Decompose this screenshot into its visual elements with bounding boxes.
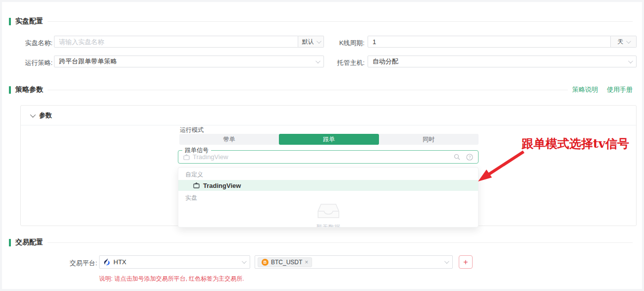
chevron-down-icon [242, 259, 247, 264]
live-name-input-group: 默认 [54, 36, 324, 48]
dropdown-item-tradingview[interactable]: TradingView [178, 180, 478, 191]
exchange-select[interactable]: HTX [99, 255, 250, 269]
run-strategy-value: 跨平台跟单带单策略 [59, 57, 117, 66]
chevron-down-icon [444, 259, 449, 264]
tv-icon [183, 154, 190, 160]
host-select[interactable]: 自动分配 [368, 56, 637, 67]
empty-text: 暂无数据 [178, 223, 478, 228]
section-divider [48, 21, 633, 22]
run-mode-segmented-control: 带单 跟单 同时 [179, 134, 479, 145]
dropdown-group-live: 实盘 [178, 191, 478, 203]
mode-tab-tongshi[interactable]: 同时 [379, 134, 479, 145]
live-name-input[interactable] [59, 38, 293, 46]
pair-tag-select[interactable]: B BTC_USDT × [255, 255, 453, 269]
tv-icon [193, 182, 200, 188]
chevron-down-icon [626, 39, 631, 44]
annotation-arrow-icon [475, 149, 529, 184]
search-icon [454, 154, 460, 160]
pair-tag-label: BTC_USDT [271, 259, 302, 266]
page-card: 实盘配置 实盘名称: 默认 K线周期: 天 运行策略: 跨平台跟单带单策略 托管… [2, 2, 642, 289]
annotation-text: 跟单模式选择tv信号 [522, 136, 629, 152]
mode-tab-gendan-active[interactable]: 跟单 [279, 134, 378, 145]
empty-inbox-icon [317, 203, 340, 219]
live-name-label: 实盘名称: [12, 39, 53, 48]
live-name-addon-label: 默认 [302, 38, 314, 46]
section-title-live-config: 实盘配置 [15, 17, 43, 26]
exchange-select-value: HTX [113, 258, 126, 266]
tag-close-icon[interactable]: × [305, 259, 308, 265]
kline-period-label: K线周期: [325, 39, 365, 48]
section-title-trade-config: 交易配置 [15, 238, 43, 247]
section-accent-bar [9, 86, 11, 94]
run-strategy-label: 运行策略: [12, 58, 53, 67]
dropdown-empty-state: 暂无数据 [178, 203, 478, 228]
param-panel-header[interactable]: 参数 [21, 106, 636, 125]
user-manual-link[interactable]: 使用手册 [607, 85, 633, 94]
section-live-config-header: 实盘配置 [9, 17, 633, 25]
follow-signal-floating-label: 跟单信号 [182, 147, 211, 154]
help-circle-icon[interactable]: ? [466, 154, 473, 161]
kline-addon-select[interactable]: 天 [611, 36, 637, 48]
kline-input[interactable] [373, 38, 606, 46]
chevron-down-icon [316, 39, 321, 44]
chevron-down-icon [628, 58, 633, 63]
signal-dropdown-panel: 自定义 TradingView 实盘 暂无数据 [178, 167, 479, 228]
section-accent-bar [9, 18, 11, 25]
kline-addon-label: 天 [618, 38, 624, 46]
param-panel-title: 参数 [39, 111, 52, 120]
bitcoin-icon: B [262, 259, 268, 266]
live-name-input-wrap [54, 36, 298, 48]
section-title-strategy-params: 策略参数 [15, 85, 43, 94]
svg-text:?: ? [469, 155, 471, 160]
dropdown-item-tradingview-label: TradingView [203, 182, 241, 189]
section-divider [48, 90, 568, 90]
host-label: 托管主机: [325, 58, 365, 67]
run-strategy-select[interactable]: 跨平台跟单带单策略 [54, 56, 324, 67]
section-trade-config-header: 交易配置 [9, 238, 633, 246]
pair-tag: B BTC_USDT × [258, 257, 312, 267]
host-value: 自动分配 [373, 57, 398, 66]
htx-flame-icon [104, 258, 110, 266]
mode-tab-daidan[interactable]: 带单 [179, 134, 279, 145]
live-name-addon-select[interactable]: 默认 [298, 36, 324, 48]
trade-platform-label: 交易平台: [56, 259, 97, 268]
follow-signal-input[interactable]: 跟单信号 TradingView ? [178, 150, 479, 164]
follow-signal-placeholder: TradingView [193, 153, 451, 161]
section-divider [48, 242, 633, 243]
dropdown-group-custom: 自定义 [178, 168, 478, 180]
strategy-doc-link[interactable]: 策略说明 [572, 85, 598, 94]
add-exchange-button[interactable]: + [459, 255, 473, 269]
collapse-chevron-icon [30, 112, 36, 117]
kline-input-group: 天 [368, 36, 637, 48]
section-accent-bar [9, 239, 11, 246]
section-strategy-params-header: 策略参数 策略说明 使用手册 [9, 86, 633, 94]
kline-input-wrap [368, 36, 611, 48]
trade-config-note: 说明: 请点击加号添加交易所平台, 红色标签为主交易所. [99, 275, 244, 283]
chevron-down-icon [316, 58, 321, 63]
run-mode-label: 运行模式 [180, 126, 204, 134]
